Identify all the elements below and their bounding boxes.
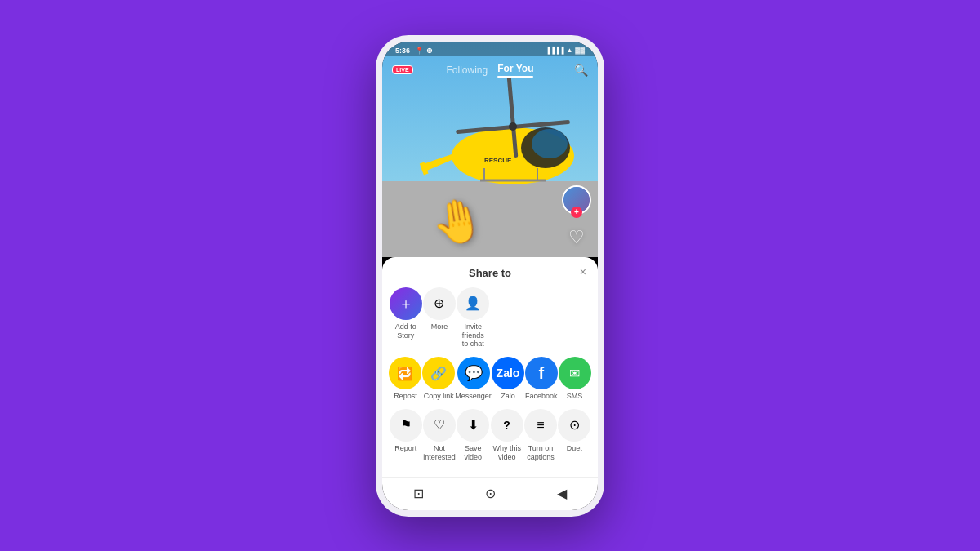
share-item-report[interactable]: ⚑ Report — [389, 409, 422, 453]
add-story-icon: ＋ — [390, 287, 422, 320]
bottom-home-icon[interactable]: ⊡ — [406, 484, 430, 504]
tab-following[interactable]: Following — [447, 64, 488, 76]
bottom-back-icon[interactable]: ◀ — [550, 484, 574, 504]
wifi-icon: ▲ — [566, 47, 572, 54]
more-label: More — [431, 322, 448, 331]
phone-screen: 5:36 📍 ⊕ ▐▐▐▐ ▲ ▓▓ LIVE Following For Yo… — [382, 42, 598, 510]
share-item-not-interested[interactable]: ♡ Notinterested — [422, 409, 456, 462]
svg-text:RESCUE: RESCUE — [484, 157, 512, 164]
share-item-save-video[interactable]: ⬇ Save video — [457, 409, 490, 462]
share-item-add-story[interactable]: ＋ Add toStory — [389, 287, 422, 340]
captions-icon: ≡ — [524, 409, 557, 442]
sms-icon: ✉ — [559, 357, 591, 389]
share-item-more[interactable]: ⊕ More — [422, 287, 456, 331]
svg-point-2 — [532, 129, 568, 158]
share-item-repost[interactable]: 🔁 Repost — [389, 357, 422, 401]
share-item-zalo[interactable]: Zalo Zalo — [492, 357, 525, 401]
repost-icon: 🔁 — [389, 357, 421, 389]
facebook-icon: f — [525, 357, 558, 389]
messenger-icon: 💬 — [457, 357, 490, 389]
status-bar: 5:36 📍 ⊕ ▐▐▐▐ ▲ ▓▓ — [382, 42, 598, 56]
phone-frame: 5:36 📍 ⊕ ▐▐▐▐ ▲ ▓▓ LIVE Following For Yo… — [376, 35, 604, 517]
battery-icon: ▓▓ — [575, 47, 585, 54]
status-time: 5:36 📍 ⊕ — [395, 47, 433, 55]
zalo-label: Zalo — [501, 392, 515, 401]
share-item-duet[interactable]: ⊙ Duet — [558, 409, 591, 453]
share-title: Share to — [389, 267, 591, 279]
repost-label: Repost — [394, 392, 417, 401]
more-icon: ⊕ — [423, 287, 456, 320]
add-story-label: Add toStory — [395, 322, 416, 340]
share-item-sms[interactable]: ✉ SMS — [558, 357, 591, 401]
status-icons: 📍 ⊕ — [415, 47, 433, 55]
save-video-icon: ⬇ — [457, 409, 489, 442]
duet-icon: ⊙ — [558, 409, 590, 442]
sms-label: SMS — [567, 392, 583, 401]
facebook-label: Facebook — [525, 392, 558, 401]
invite-friends-label: Invite friendsto chat — [457, 322, 490, 349]
bottom-circle-icon[interactable]: ⊙ — [478, 484, 502, 504]
captions-label: Turn oncaptions — [527, 444, 555, 462]
save-video-label: Save video — [457, 444, 490, 462]
messenger-label: Messenger — [455, 392, 492, 401]
invite-friends-icon: 👤 — [457, 287, 489, 320]
tab-for-you[interactable]: For You — [497, 63, 533, 78]
creator-avatar[interactable]: + — [562, 185, 591, 215]
report-label: Report — [394, 444, 416, 453]
share-item-copy-link[interactable]: 🔗 Copy link — [422, 357, 456, 401]
share-item-facebook[interactable]: f Facebook — [524, 357, 558, 401]
time-display: 5:36 — [395, 47, 410, 55]
close-button[interactable]: × — [580, 265, 586, 278]
hand-emoji: 🤚 — [427, 193, 488, 248]
why-this-video-label: Why thisvideo — [492, 444, 521, 462]
share-item-why-this-video[interactable]: ? Why thisvideo — [490, 409, 523, 462]
share-item-captions[interactable]: ≡ Turn oncaptions — [523, 409, 557, 462]
share-item-messenger[interactable]: 💬 Messenger — [456, 357, 492, 401]
signal-bars: ▐▐▐▐ — [546, 47, 564, 54]
share-item-invite[interactable]: 👤 Invite friendsto chat — [457, 287, 490, 349]
zalo-icon: Zalo — [492, 357, 524, 389]
nav-tabs: Following For You — [447, 63, 534, 78]
share-row-3: ⚑ Report ♡ Notinterested ⬇ Save video ? … — [389, 409, 591, 462]
report-icon: ⚑ — [390, 409, 422, 442]
share-panel: Share to × ＋ Add toStory ⊕ More 👤 Invite… — [382, 257, 598, 477]
copy-link-label: Copy link — [424, 392, 454, 401]
right-actions: + ♡ — [562, 185, 591, 251]
share-row-1: ＋ Add toStory ⊕ More 👤 Invite friendsto … — [389, 287, 591, 349]
search-icon[interactable]: 🔍 — [574, 64, 588, 77]
live-badge: LIVE — [392, 65, 413, 74]
not-interested-icon: ♡ — [423, 409, 456, 442]
signal-icons: ▐▐▐▐ ▲ ▓▓ — [546, 47, 585, 54]
svg-point-6 — [509, 122, 517, 131]
helicopter-image: RESCUE — [399, 66, 590, 257]
share-row-2: 🔁 Repost 🔗 Copy link 💬 Messenger Zalo Za… — [389, 357, 591, 401]
duet-label: Duet — [567, 444, 582, 453]
follow-plus-button[interactable]: + — [571, 207, 582, 218]
heart-icon[interactable]: ♡ — [564, 224, 590, 251]
top-navigation: LIVE Following For You 🔍 — [382, 58, 598, 82]
cursor-hand: 🤚 — [427, 192, 488, 250]
why-this-video-icon: ? — [491, 409, 523, 442]
copy-link-icon: 🔗 — [422, 357, 455, 389]
not-interested-label: Notinterested — [423, 444, 456, 462]
bottom-navigation: ⊡ ⊙ ◀ — [382, 477, 598, 510]
